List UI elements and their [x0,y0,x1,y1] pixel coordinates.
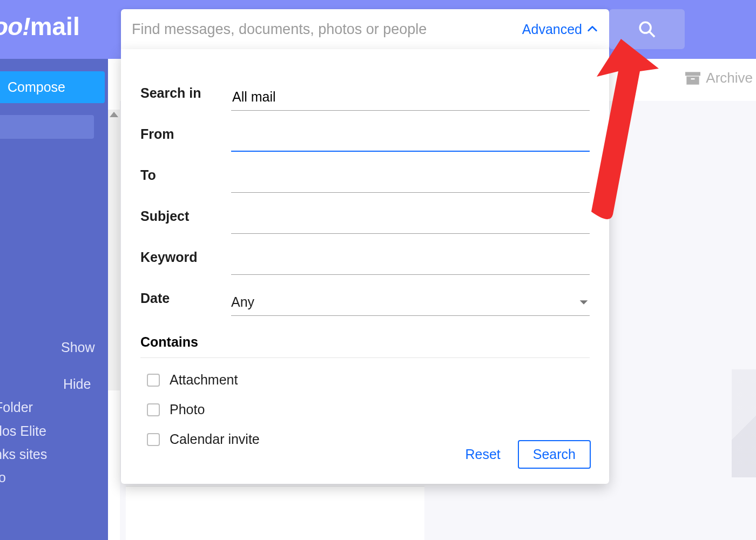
input-keyword[interactable] [231,250,590,275]
advanced-search-toggle[interactable]: Advanced [522,22,598,37]
svg-rect-4 [691,78,695,79]
date-select[interactable]: Any [231,294,590,316]
checkbox-box [147,433,160,446]
checkbox-photo[interactable]: Photo [147,402,590,417]
checkbox-box [147,374,160,387]
label-to: To [140,167,231,193]
svg-rect-3 [687,76,699,84]
field-search-in: Search in [140,70,590,111]
svg-line-1 [649,31,654,37]
input-from[interactable] [231,126,590,152]
sidebar-show-link[interactable]: Show [61,340,95,355]
search-submit-button[interactable]: Search [518,440,591,469]
date-value: Any [231,294,254,310]
field-subject: Subject [140,193,590,234]
compose-label: Compose [8,79,65,95]
archive-icon [685,72,700,85]
field-keyword: Keyword [140,234,590,275]
search-bar[interactable]: Advanced [121,9,609,49]
label-from: From [140,126,231,152]
sidebar-hide-link[interactable]: Hide [63,376,91,392]
label-subject: Subject [140,208,231,234]
checkbox-label: Attachment [170,372,238,388]
input-to[interactable] [231,168,590,193]
checkbox-box [147,403,160,416]
reset-button[interactable]: Reset [465,447,500,462]
sidebar-scrollbar[interactable] [108,110,120,390]
brand-part2: mail [30,12,80,40]
search-button[interactable] [609,9,685,49]
input-search-in[interactable] [231,86,590,111]
sidebar-folder-item[interactable]: dos Elite [0,423,46,439]
svg-rect-2 [685,72,700,76]
label-keyword: Keyword [140,249,231,275]
field-date: Date Any [140,275,590,316]
caret-down-icon [578,296,590,308]
checkbox-label: Photo [170,402,205,417]
empty-state-envelope-icon [732,369,756,477]
archive-button[interactable]: Archive [685,70,753,86]
archive-label: Archive [706,70,753,86]
brand-logo: hoo!mail [0,12,80,41]
compose-button[interactable]: Compose [0,71,105,103]
label-date: Date [140,291,231,316]
search-input[interactable] [132,21,522,38]
chevron-up-icon [586,23,598,35]
field-from: From [140,111,590,152]
sidebar-folder-item[interactable]: nks sites [0,447,47,462]
advanced-label: Advanced [522,22,582,37]
checkbox-attachment[interactable]: Attachment [147,372,590,388]
label-search-in: Search in [140,85,231,111]
field-to: To [140,152,590,193]
brand-part1: hoo! [0,12,30,40]
sidebar-folder-item[interactable]: Folder [0,400,33,415]
contains-divider [140,357,590,358]
svg-point-0 [640,22,651,33]
sidebar-selected-folder[interactable] [0,115,94,139]
input-subject[interactable] [231,209,590,234]
sidebar-folder-item[interactable]: to [0,470,6,485]
mail-list [126,486,424,540]
label-contains: Contains [140,334,590,350]
panel-actions: Reset Search [465,440,591,469]
checkbox-label: Calendar invite [170,431,260,447]
advanced-search-panel: Search in From To Subject Keyword Date A… [121,49,609,484]
search-icon [638,20,656,38]
